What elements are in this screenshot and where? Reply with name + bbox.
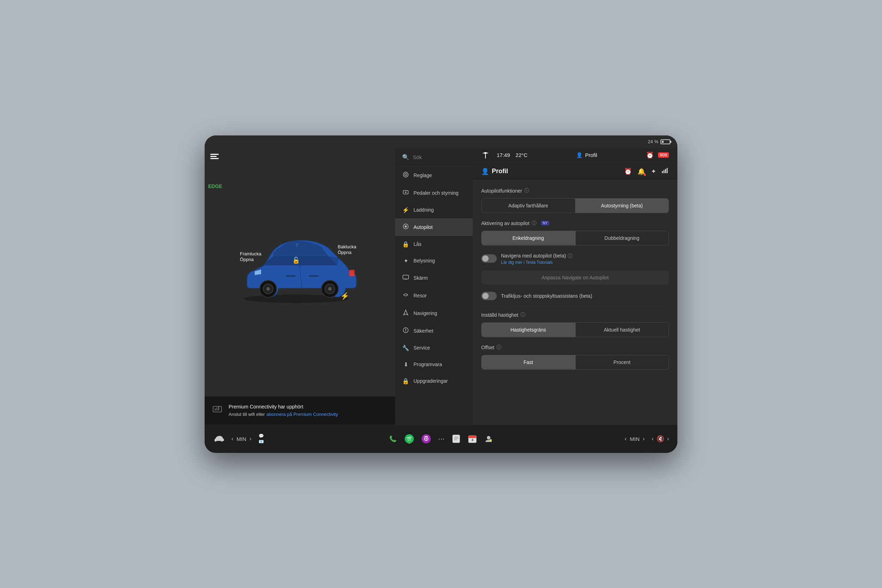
profile-display[interactable]: 👤 Profil bbox=[576, 152, 597, 158]
car-charge-icon: ⚡ bbox=[340, 292, 349, 300]
enkeldragning-button[interactable]: Enkeldragning bbox=[482, 231, 575, 245]
calendar-icon[interactable]: 4 bbox=[468, 434, 477, 443]
car-lock-icon: 🔓 bbox=[292, 256, 300, 264]
bell-icon[interactable]: 🔔 bbox=[638, 168, 645, 175]
svg-point-46 bbox=[490, 439, 492, 441]
notification-dot bbox=[644, 174, 646, 176]
adaptiv-button[interactable]: Adaptiv farthållare bbox=[482, 199, 575, 213]
activation-label: Aktivering av autopilot ⓘ NY bbox=[481, 220, 669, 226]
svg-text:T: T bbox=[296, 243, 298, 248]
svg-rect-43 bbox=[468, 436, 476, 438]
svg-rect-38 bbox=[453, 435, 460, 442]
offset-info[interactable]: ⓘ bbox=[496, 344, 501, 351]
car-taskbar-icon[interactable] bbox=[213, 435, 224, 442]
battery-percent: 24 % bbox=[648, 139, 658, 144]
svg-rect-32 bbox=[667, 168, 668, 173]
fast-button[interactable]: Fast bbox=[482, 355, 575, 369]
traffic-signs-toggle[interactable] bbox=[481, 292, 497, 300]
menu-item-service[interactable]: 🔧 Service bbox=[395, 340, 473, 356]
spotify-icon[interactable] bbox=[404, 434, 414, 444]
menu-item-uppgraderingar[interactable]: 🔒 Uppgraderingar bbox=[395, 373, 473, 389]
top-info-bar: 17:49 22°C 👤 Profil ⏰ SOS bbox=[473, 148, 677, 163]
battery-fill bbox=[662, 141, 664, 143]
settings-content: Autopilotfunktioner ⓘ Adaptiv farthållar… bbox=[473, 181, 677, 424]
alarm-icon-header[interactable]: ⏰ bbox=[646, 152, 654, 159]
header-icons: ⏰ 🔔 ✦ bbox=[624, 168, 669, 175]
phone-icon[interactable] bbox=[389, 435, 397, 443]
network-icon bbox=[212, 404, 223, 417]
svg-rect-31 bbox=[665, 169, 666, 173]
volume-icon[interactable]: 🔇 bbox=[657, 435, 664, 442]
time-display: 17:49 22°C bbox=[497, 152, 527, 158]
framlucka-label[interactable]: Framlucka Öppna bbox=[240, 251, 261, 263]
menu-item-las[interactable]: 🔒 Lås bbox=[395, 236, 473, 252]
menu-item-resor[interactable]: Resor bbox=[395, 287, 473, 304]
svg-rect-29 bbox=[662, 171, 663, 173]
pedaler-icon bbox=[402, 189, 409, 197]
right-nav-label: MIN bbox=[629, 436, 640, 442]
left-nav-next[interactable]: › bbox=[249, 436, 251, 442]
navigate-autopilot-toggle[interactable] bbox=[481, 254, 497, 263]
procent-button[interactable]: Procent bbox=[575, 355, 669, 369]
svg-point-17 bbox=[405, 174, 407, 176]
taskbar: ‹ MIN › 💬 📧 bbox=[205, 424, 677, 453]
baklucka-label[interactable]: Baklucka Öppna bbox=[338, 244, 356, 256]
svg-rect-10 bbox=[349, 270, 355, 276]
right-nav-next[interactable]: › bbox=[643, 436, 645, 442]
svg-marker-25 bbox=[404, 310, 408, 315]
battery-icon bbox=[660, 140, 670, 144]
volume-prev[interactable]: ‹ bbox=[652, 436, 653, 442]
aktuell-hastighet-button[interactable]: Aktuell hastighet bbox=[575, 323, 669, 337]
menu-item-autopilot[interactable]: Autopilot bbox=[395, 218, 473, 236]
spotify-dot bbox=[408, 442, 410, 444]
service-icon: 🔧 bbox=[402, 345, 409, 351]
signal-icon[interactable] bbox=[662, 168, 669, 175]
menu-item-navigering[interactable]: Navigering bbox=[395, 304, 473, 322]
contacts-icon[interactable] bbox=[484, 434, 493, 443]
search-icon: 🔍 bbox=[402, 154, 409, 160]
activation-info[interactable]: ⓘ bbox=[532, 220, 537, 226]
sos-badge[interactable]: SOS bbox=[658, 152, 669, 158]
resor-icon bbox=[402, 292, 409, 300]
autopilot-functions-info[interactable]: ⓘ bbox=[524, 188, 529, 194]
dots-icon[interactable]: ··· bbox=[438, 434, 444, 443]
svg-rect-37 bbox=[424, 436, 428, 436]
menu-item-pedaler[interactable]: Pedaler och styrning bbox=[395, 184, 473, 202]
left-nav-prev[interactable]: ‹ bbox=[231, 436, 233, 442]
menu-item-laddning[interactable]: ⚡ Laddning bbox=[395, 202, 473, 218]
notes-icon[interactable] bbox=[452, 434, 461, 443]
set-speed-info[interactable]: ⓘ bbox=[520, 312, 525, 318]
alarm-icon[interactable]: ⏰ bbox=[624, 168, 632, 175]
svg-rect-8 bbox=[286, 275, 296, 277]
autostyrning-button[interactable]: Autostyrning (beta) bbox=[575, 199, 669, 213]
svg-rect-22 bbox=[403, 275, 408, 279]
edge-badge: EDGE bbox=[208, 183, 222, 189]
activation-group: Enkeldragning Dubbeldragning bbox=[481, 231, 669, 246]
hastighetsgrans-button[interactable]: Hastighetsgräns bbox=[482, 323, 575, 337]
reglage-icon bbox=[402, 171, 409, 179]
set-speed-label: Inställd hastighet ⓘ bbox=[481, 312, 669, 318]
navigate-info[interactable]: ⓘ bbox=[568, 253, 573, 258]
menu-item-skarm[interactable]: Skärm bbox=[395, 269, 473, 287]
camera-icon[interactable] bbox=[421, 434, 431, 444]
offset-group: Fast Procent bbox=[481, 355, 669, 370]
menu-item-programvara[interactable]: ⬇ Programvara bbox=[395, 356, 473, 373]
anpassa-button[interactable]: Anpassa Navigate on Autopilot bbox=[481, 270, 669, 285]
menu-item-sakerhet[interactable]: Säkerhet bbox=[395, 322, 473, 340]
dubbeldragning-button[interactable]: Dubbeldragning bbox=[575, 231, 669, 245]
set-speed-group: Hastighetsgräns Aktuell hastighet bbox=[481, 322, 669, 337]
uppgraderingar-icon: 🔒 bbox=[402, 378, 409, 384]
settings-title: 👤 Profil bbox=[481, 168, 508, 175]
search-row[interactable]: 🔍 Sök bbox=[395, 148, 473, 166]
autopilot-functions-group: Adaptiv farthållare Autostyrning (beta) bbox=[481, 198, 669, 213]
car-svg-container: Framlucka Öppna Baklucka Öppna 🔓 ⚡ bbox=[233, 223, 367, 322]
connectivity-subtitle: Anslut till wifi eller abonnera på Premi… bbox=[229, 411, 388, 417]
bluetooth-icon[interactable]: ✦ bbox=[651, 168, 656, 175]
tablet-status-bar: 24 % bbox=[205, 135, 677, 148]
volume-next[interactable]: › bbox=[667, 436, 669, 442]
offset-label: Offset ⓘ bbox=[481, 344, 669, 351]
navigate-link[interactable]: Lär dig mer i Tesla Tutorials bbox=[501, 260, 573, 265]
menu-item-reglage[interactable]: Reglage bbox=[395, 166, 473, 184]
menu-item-belysning[interactable]: ✦ Belysning bbox=[395, 252, 473, 269]
right-nav-prev[interactable]: ‹ bbox=[625, 436, 627, 442]
